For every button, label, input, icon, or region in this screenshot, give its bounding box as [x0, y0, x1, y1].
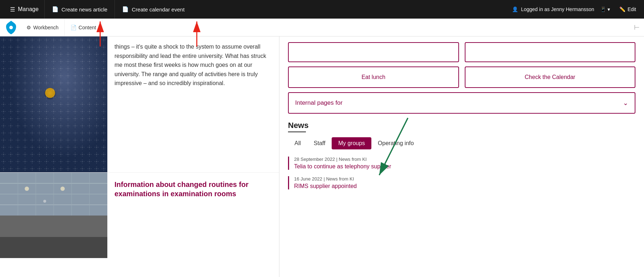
news-section-title: News: [288, 121, 635, 130]
tab-operating-info[interactable]: Operating info: [371, 137, 420, 149]
drupal-logo[interactable]: [4, 21, 18, 34]
create-news-button[interactable]: 📄 Create news article: [44, 0, 114, 19]
document-icon: 📄: [52, 6, 59, 13]
mobile-icon: 📱: [600, 6, 606, 12]
news-meta-2: 16 June 2022 | News from KI: [294, 176, 635, 182]
svg-rect-20: [0, 237, 107, 258]
quick-link-btn-2[interactable]: [465, 42, 636, 62]
user-info: 👤 Logged in as Jenny Hermansson: [512, 6, 594, 12]
edit-label: Edit: [628, 6, 636, 12]
quick-links-top-row: [288, 42, 635, 62]
content-doc-icon: 📄: [70, 25, 77, 30]
article-block-1: things – it's quite a shock to the syste…: [0, 36, 279, 172]
create-calendar-label: Create calendar event: [132, 6, 185, 13]
internal-pages-label: Internal pages for: [295, 99, 342, 107]
quick-link-btn-1[interactable]: [288, 42, 459, 62]
svg-point-0: [9, 26, 13, 29]
create-calendar-button[interactable]: 📄 Create calendar event: [114, 0, 192, 19]
article-image-2: [0, 173, 107, 258]
tab-staff[interactable]: Staff: [307, 137, 332, 149]
article-title-2[interactable]: Information about changed routines for e…: [114, 180, 272, 198]
content-menu-item[interactable]: 📄 Content: [65, 19, 102, 36]
eat-lunch-button[interactable]: Eat lunch: [288, 66, 459, 88]
svg-point-19: [43, 200, 46, 203]
news-meta-1: 28 September 2022 | News from KI: [294, 157, 635, 162]
manage-label: Manage: [18, 6, 39, 13]
workbench-label: Workbench: [33, 25, 59, 30]
article-block-2: Information about changed routines for e…: [0, 172, 279, 258]
article-text-2: Information about changed routines for e…: [107, 173, 279, 258]
create-news-label: Create news article: [62, 6, 107, 13]
user-icon: 👤: [512, 6, 518, 12]
content-label: Content: [79, 25, 96, 30]
right-column: Eat lunch Check the Calendar Internal pa…: [279, 36, 644, 277]
article-text-1: things – it's quite a shock to the syste…: [107, 36, 279, 172]
news-link-1[interactable]: Telia to continue as telephony supplier: [294, 163, 391, 169]
svg-point-17: [25, 187, 29, 191]
ceiling-bg: [0, 173, 107, 258]
sidebar-toggle-icon[interactable]: ⊢: [634, 24, 640, 31]
internal-pages-dropdown[interactable]: Internal pages for ⌄: [288, 92, 635, 114]
admin-bar: ☰ Manage 📄 Create news article 📄 Create …: [0, 0, 644, 19]
tab-my-groups[interactable]: My groups: [332, 137, 371, 149]
left-column: things – it's quite a shock to the syste…: [0, 36, 279, 277]
workbench-menu-item[interactable]: ⚙ Workbench: [21, 19, 65, 36]
quick-links-row: Eat lunch Check the Calendar: [288, 66, 635, 88]
chevron-down-icon: ▾: [608, 6, 610, 12]
eat-lunch-label: Eat lunch: [361, 74, 385, 80]
gear-icon: ⚙: [26, 25, 31, 30]
main-content: things – it's quite a shock to the syste…: [0, 36, 644, 277]
svg-rect-6: [0, 36, 107, 172]
toolbar: ⚙ Workbench 📄 Content ⊢: [0, 19, 644, 36]
check-calendar-label: Check the Calendar: [525, 74, 575, 80]
pencil-icon: ✏️: [619, 6, 625, 12]
article-body-1: things – it's quite a shock to the syste…: [114, 44, 266, 86]
chevron-down-icon: ⌄: [623, 99, 628, 107]
logged-in-label: Logged in as Jenny Hermansson: [521, 6, 594, 12]
admin-bar-right: 👤 Logged in as Jenny Hermansson 📱 ▾ ✏️ E…: [512, 5, 640, 14]
news-item-2: 16 June 2022 | News from KI RIMS supplie…: [288, 176, 635, 189]
tab-all[interactable]: All: [288, 137, 307, 149]
edit-button[interactable]: ✏️ Edit: [616, 5, 640, 14]
hamburger-icon: ☰: [10, 6, 15, 13]
news-link-2[interactable]: RIMS supplier appointed: [294, 183, 357, 189]
news-tabs: All Staff My groups Operating info: [288, 137, 635, 149]
manage-menu[interactable]: ☰ Manage: [4, 0, 44, 19]
article-image-1: [0, 36, 107, 172]
check-calendar-button[interactable]: Check the Calendar: [465, 66, 636, 88]
svg-point-18: [60, 187, 65, 191]
calendar-doc-icon: 📄: [122, 6, 129, 13]
device-selector[interactable]: 📱 ▾: [600, 6, 610, 12]
news-item-1: 28 September 2022 | News from KI Telia t…: [288, 157, 635, 170]
news-title-underline: [288, 132, 306, 132]
toolbar-right: ⊢: [634, 24, 640, 31]
